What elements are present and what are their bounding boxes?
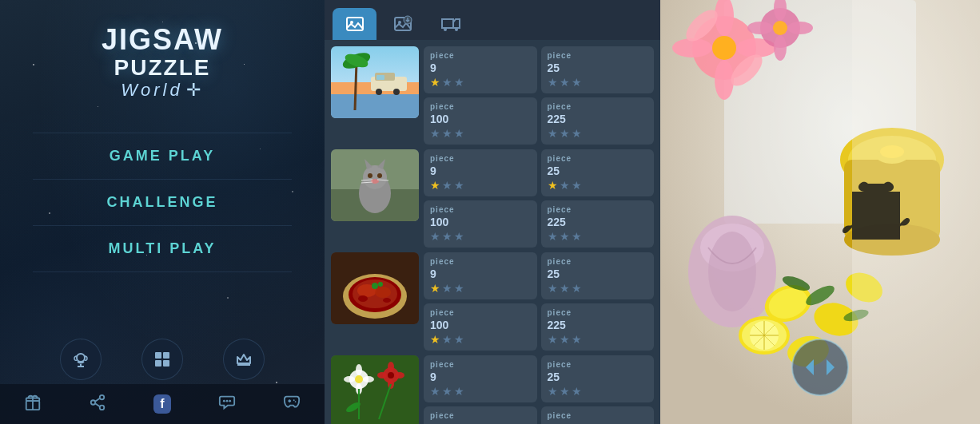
logo-line3: World✛: [102, 80, 223, 101]
tab-gallery[interactable]: [333, 8, 376, 40]
info-card-cat-225[interactable]: piece 225 ★ ★ ★: [541, 200, 655, 248]
svg-point-13: [100, 405, 105, 410]
svg-rect-31: [331, 90, 419, 118]
puzzle-row-flowers: piece 9 ★ ★ ★ piece 25 ★ ★ ★: [331, 355, 654, 424]
info-card-flowers-25[interactable]: piece 25 ★ ★ ★: [541, 355, 655, 402]
svg-point-38: [376, 89, 382, 95]
svg-point-0: [77, 354, 85, 362]
svg-rect-63: [331, 355, 419, 424]
svg-point-47: [368, 173, 372, 178]
gamepad-icon-button[interactable]: [283, 394, 301, 415]
svg-point-62: [378, 282, 383, 287]
svg-point-93: [747, 22, 773, 34]
puzzle-info-beach: piece 9 ★ ★ ★ piece 25 ★ ★ ★: [424, 46, 654, 145]
svg-rect-3: [155, 352, 161, 359]
svg-rect-40: [376, 75, 384, 80]
puzzle-row-cat: piece 9 ★ ★ ★ piece 25 ★ ★ ★: [331, 149, 654, 248]
logo-world-text: World: [121, 80, 182, 100]
puzzle-list: piece 9 ★ ★ ★ piece 25 ★ ★ ★: [325, 40, 660, 424]
svg-point-82: [712, 36, 736, 60]
svg-point-44: [363, 165, 387, 189]
svg-point-61: [372, 283, 378, 289]
svg-point-75: [395, 372, 404, 378]
puzzle-info-cat: piece 9 ★ ★ ★ piece 25 ★ ★ ★: [424, 149, 654, 248]
puzzle-thumb-cat[interactable]: [331, 149, 419, 221]
share-icon-button[interactable]: [89, 394, 106, 415]
svg-point-16: [223, 399, 225, 402]
gift-icon-button[interactable]: [24, 394, 42, 415]
nav-gameplay[interactable]: GAME PLAY: [33, 133, 293, 180]
nav-circle[interactable]: [792, 339, 848, 395]
svg-point-71: [388, 372, 394, 378]
svg-point-22: [295, 401, 297, 402]
puzzle-thumb-flowers[interactable]: [331, 355, 419, 424]
info-card-cat-9[interactable]: piece 9 ★ ★ ★: [424, 149, 537, 196]
svg-rect-6: [163, 360, 169, 367]
info-card-beach-225[interactable]: piece 225 ★ ★ ★: [541, 97, 655, 145]
chat-icon-button[interactable]: [218, 394, 236, 415]
middle-panel: piece 9 ★ ★ ★ piece 25 ★ ★ ★: [325, 0, 660, 424]
info-card-cat-100[interactable]: piece 100 ★ ★ ★: [424, 200, 537, 248]
info-card-food-25[interactable]: piece 25 ★ ★ ★: [541, 252, 655, 299]
svg-point-60: [383, 298, 391, 303]
svg-line-14: [95, 398, 100, 401]
puzzle-thumb-food[interactable]: [331, 252, 419, 324]
mode-icons: [0, 339, 325, 380]
info-card-flowers-9[interactable]: piece 9 ★ ★ ★: [424, 355, 537, 402]
svg-line-15: [95, 403, 100, 406]
svg-point-94: [787, 22, 813, 34]
svg-point-39: [393, 89, 400, 95]
svg-point-92: [774, 35, 787, 61]
puzzle-scene: [660, 0, 980, 424]
info-card-food-100[interactable]: piece 100 ★ ★ ★: [424, 303, 537, 351]
puzzle-info-food: piece 9 ★ ★ ★ piece 25 ★ ★ ★: [424, 252, 654, 351]
info-card-beach-100[interactable]: piece 100 ★ ★ ★: [424, 97, 537, 145]
info-card-flowers-100[interactable]: piece 100 ★ ★ ★: [424, 406, 537, 424]
logo: JIGSAW PUZZLE World✛: [102, 24, 223, 101]
svg-rect-23: [347, 18, 363, 30]
svg-point-12: [91, 400, 96, 405]
svg-point-28: [444, 28, 447, 31]
info-card-beach-9[interactable]: piece 9 ★ ★ ★: [424, 46, 537, 93]
footer-bar: f: [0, 384, 325, 424]
svg-point-69: [363, 376, 374, 382]
puzzle-info-flowers: piece 9 ★ ★ ★ piece 25 ★ ★ ★: [424, 355, 654, 424]
logo-plus: ✛: [186, 80, 204, 100]
trophy-icon-button[interactable]: [60, 339, 102, 380]
grid-icon-button[interactable]: [141, 339, 183, 380]
nav-challenge[interactable]: CHALLENGE: [33, 180, 293, 226]
svg-point-90: [773, 21, 787, 35]
info-card-beach-25[interactable]: piece 25 ★ ★ ★: [541, 46, 655, 93]
puzzle-row-beach: piece 9 ★ ★ ★ piece 25 ★ ★ ★: [331, 46, 654, 145]
logo-line2: PUZZLE: [102, 56, 223, 81]
svg-point-72: [388, 362, 394, 371]
svg-point-18: [229, 399, 231, 402]
svg-point-21: [293, 399, 295, 401]
info-card-flowers-225[interactable]: piece 225 ★ ★ ★: [541, 406, 655, 424]
info-card-food-9[interactable]: piece 9 ★ ★ ★: [424, 252, 537, 299]
left-panel: JIGSAW PUZZLE World✛ GAME PLAY CHALLENGE…: [0, 0, 325, 424]
info-card-food-225[interactable]: piece 225 ★ ★ ★: [541, 303, 655, 351]
logo-line1: JIGSAW: [102, 24, 223, 56]
svg-point-97: [708, 232, 756, 311]
facebook-icon-button[interactable]: f: [153, 394, 170, 414]
svg-rect-5: [155, 360, 161, 367]
right-panel: [660, 0, 980, 424]
crown-icon-button[interactable]: [223, 339, 265, 380]
nav-multiplay[interactable]: MULTI PLAY: [33, 226, 293, 272]
svg-line-33: [355, 62, 357, 110]
tab-bar: [325, 0, 660, 40]
puzzle-thumb-beach[interactable]: [331, 46, 419, 118]
svg-point-68: [344, 376, 355, 382]
svg-point-74: [377, 372, 387, 378]
svg-point-17: [226, 399, 229, 402]
svg-point-29: [455, 28, 458, 31]
tab-truck[interactable]: [428, 8, 472, 40]
tab-download[interactable]: [380, 8, 424, 40]
svg-point-11: [100, 394, 105, 399]
svg-point-66: [356, 364, 362, 375]
info-card-cat-25[interactable]: piece 25 ★ ★ ★: [541, 149, 655, 196]
main-nav: GAME PLAY CHALLENGE MULTI PLAY: [0, 133, 325, 272]
svg-rect-4: [163, 352, 169, 359]
svg-point-58: [375, 287, 391, 298]
